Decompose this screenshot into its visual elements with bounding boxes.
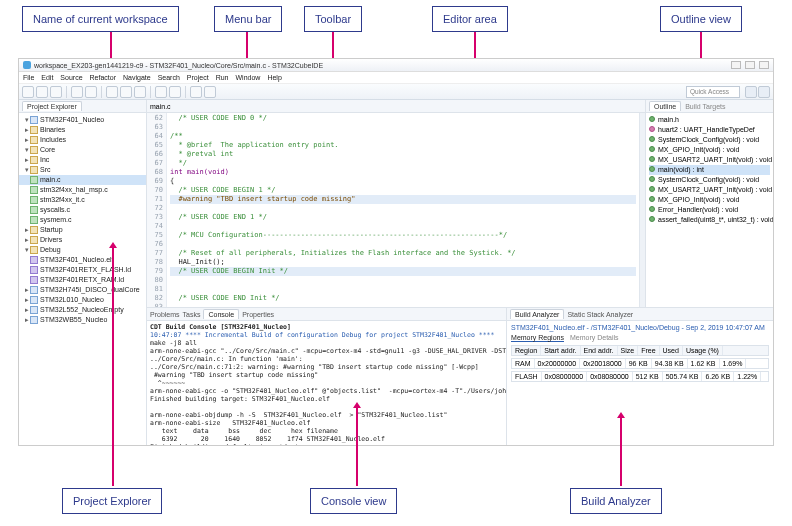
- menu-file[interactable]: File: [23, 74, 34, 81]
- outline-item[interactable]: MX_GPIO_Init(void) : void: [649, 145, 770, 155]
- outline-item[interactable]: SystemClock_Config(void) : void: [649, 135, 770, 145]
- tool-hammer-icon[interactable]: [85, 86, 97, 98]
- tool-run-icon[interactable]: [120, 86, 132, 98]
- tree-item[interactable]: ▸Binaries: [19, 125, 146, 135]
- tree-item[interactable]: STM32F401_Nucleo.elf: [19, 255, 146, 265]
- tool-build-icon[interactable]: [71, 86, 83, 98]
- editor-tabbar: main.c: [147, 100, 645, 113]
- subtab-memory-regions[interactable]: Memory Regions: [511, 334, 564, 342]
- build-analyzer-view: Build Analyzer Static Stack Analyzer STM…: [507, 308, 773, 445]
- outline-item[interactable]: MX_USART2_UART_Init(void) : void: [649, 185, 770, 195]
- perspective-switcher: [745, 86, 770, 98]
- outline-item[interactable]: SystemClock_Config(void) : void: [649, 175, 770, 185]
- app-icon: [23, 61, 31, 69]
- project-explorer-tab[interactable]: Project Explorer: [22, 101, 82, 111]
- outline-item[interactable]: huart2 : UART_HandleTypeDef: [649, 125, 770, 135]
- arrow-build: [620, 416, 622, 486]
- titlebar: workspace_EX203-gen1441219-c9 - STM32F40…: [19, 59, 773, 72]
- minimize-button[interactable]: [731, 61, 741, 69]
- tree-item[interactable]: STM32F401RETX_RAM.ld: [19, 275, 146, 285]
- project-tree[interactable]: ▾STM32F401_Nucleo▸Binaries▸Includes▾Core…: [19, 113, 146, 445]
- perspective-c-icon[interactable]: [745, 86, 757, 98]
- menu-edit[interactable]: Edit: [41, 74, 53, 81]
- tool-search-icon[interactable]: [155, 86, 167, 98]
- maximize-button[interactable]: [745, 61, 755, 69]
- menu-help[interactable]: Help: [267, 74, 281, 81]
- tree-item[interactable]: ▾STM32F401_Nucleo: [19, 115, 146, 125]
- table-row: FLASH0x080000000x08080000512 KB505.74 KB…: [511, 371, 769, 382]
- tab-tasks[interactable]: Tasks: [183, 311, 201, 318]
- tree-item[interactable]: STM32F401RETX_FLASH.ld: [19, 265, 146, 275]
- annotation-editor: Editor area: [432, 6, 508, 32]
- annotation-build: Build Analyzer: [570, 488, 662, 514]
- tab-properties[interactable]: Properties: [242, 311, 274, 318]
- tab-static-stack[interactable]: Static Stack Analyzer: [567, 311, 633, 318]
- outline-item[interactable]: main(void) : int: [649, 165, 770, 175]
- tree-item[interactable]: ▸Includes: [19, 135, 146, 145]
- outline-item[interactable]: main.h: [649, 115, 770, 125]
- subtab-memory-details[interactable]: Memory Details: [570, 334, 619, 342]
- editor-code[interactable]: /* USER CODE END 0 */ /** * @brief The a…: [167, 113, 639, 307]
- tool-open-icon[interactable]: [169, 86, 181, 98]
- tab-console[interactable]: Console: [203, 309, 239, 319]
- build-targets-tab[interactable]: Build Targets: [685, 103, 725, 110]
- outline-tab[interactable]: Outline: [649, 101, 681, 111]
- editor-tab-main[interactable]: main.c: [150, 103, 171, 110]
- tool-debug-icon[interactable]: [106, 86, 118, 98]
- tree-item[interactable]: ▸STM32L010_Nucleo: [19, 295, 146, 305]
- tree-item[interactable]: ▾Core: [19, 145, 146, 155]
- outline-view: Outline Build Targets main.hhuart2 : UAR…: [645, 100, 773, 307]
- menu-run[interactable]: Run: [216, 74, 229, 81]
- editor-area[interactable]: 62 63 64 65 66 67 68 69 70 71 72 73 74 7…: [147, 113, 645, 307]
- tool-save-icon[interactable]: [36, 86, 48, 98]
- console-view: Problems Tasks Console Properties CDT Bu…: [147, 308, 507, 445]
- tool-saveall-icon[interactable]: [50, 86, 62, 98]
- close-button[interactable]: [759, 61, 769, 69]
- ide-window: workspace_EX203-gen1441219-c9 - STM32F40…: [18, 58, 774, 446]
- tree-item[interactable]: ▸STM32L552_NucleoEmpty: [19, 305, 146, 315]
- tree-item[interactable]: ▸STM32WB55_Nucleo: [19, 315, 146, 325]
- table-row: RAM0x200000000x2001800096 KB94.38 KB1.62…: [511, 358, 769, 369]
- menu-search[interactable]: Search: [158, 74, 180, 81]
- tree-item[interactable]: ▾Src: [19, 165, 146, 175]
- tree-item[interactable]: ▸Inc: [19, 155, 146, 165]
- annotation-console: Console view: [310, 488, 397, 514]
- annotation-workspace: Name of current workspace: [22, 6, 179, 32]
- tool-stop-icon[interactable]: [134, 86, 146, 98]
- outline-list[interactable]: main.hhuart2 : UART_HandleTypeDefSystemC…: [646, 113, 773, 307]
- tree-item[interactable]: stm32f4xx_it.c: [19, 195, 146, 205]
- menubar[interactable]: File Edit Source Refactor Navigate Searc…: [19, 72, 773, 84]
- annotation-outline: Outline view: [660, 6, 742, 32]
- perspective-debug-icon[interactable]: [758, 86, 770, 98]
- quick-access[interactable]: Quick Access: [686, 86, 740, 98]
- outline-item[interactable]: MX_USART2_UART_Init(void) : void: [649, 155, 770, 165]
- tool-back-icon[interactable]: [190, 86, 202, 98]
- arrow-explorer: [112, 246, 114, 486]
- tree-item[interactable]: ▾Debug: [19, 245, 146, 255]
- tree-item[interactable]: ▸STM32H745I_DISCO_dualCore: [19, 285, 146, 295]
- menu-window[interactable]: Window: [235, 74, 260, 81]
- annotation-explorer: Project Explorer: [62, 488, 162, 514]
- project-explorer-view: Project Explorer ▾STM32F401_Nucleo▸Binar…: [19, 100, 147, 445]
- annotation-menubar: Menu bar: [214, 6, 282, 32]
- tab-problems[interactable]: Problems: [150, 311, 180, 318]
- menu-source[interactable]: Source: [60, 74, 82, 81]
- tree-item[interactable]: ▸Startup: [19, 225, 146, 235]
- tab-build-analyzer[interactable]: Build Analyzer: [510, 309, 564, 319]
- tool-fwd-icon[interactable]: [204, 86, 216, 98]
- menu-refactor[interactable]: Refactor: [90, 74, 116, 81]
- outline-item[interactable]: MX_GPIO_Init(void) : void: [649, 195, 770, 205]
- console-output[interactable]: CDT Build Console [STM32F401_Nucleo] 10:…: [147, 321, 506, 445]
- menu-navigate[interactable]: Navigate: [123, 74, 151, 81]
- tree-item[interactable]: syscalls.c: [19, 205, 146, 215]
- tree-item[interactable]: sysmem.c: [19, 215, 146, 225]
- title-text: workspace_EX203-gen1441219-c9 - STM32F40…: [34, 62, 323, 69]
- outline-item[interactable]: Error_Handler(void) : void: [649, 205, 770, 215]
- tree-item[interactable]: main.c: [19, 175, 146, 185]
- outline-item[interactable]: assert_failed(uint8_t*, uint32_t) : void: [649, 215, 770, 225]
- menu-project[interactable]: Project: [187, 74, 209, 81]
- tree-item[interactable]: stm32f4xx_hal_msp.c: [19, 185, 146, 195]
- tree-item[interactable]: ▸Drivers: [19, 235, 146, 245]
- annotation-toolbar: Toolbar: [304, 6, 362, 32]
- tool-new-icon[interactable]: [22, 86, 34, 98]
